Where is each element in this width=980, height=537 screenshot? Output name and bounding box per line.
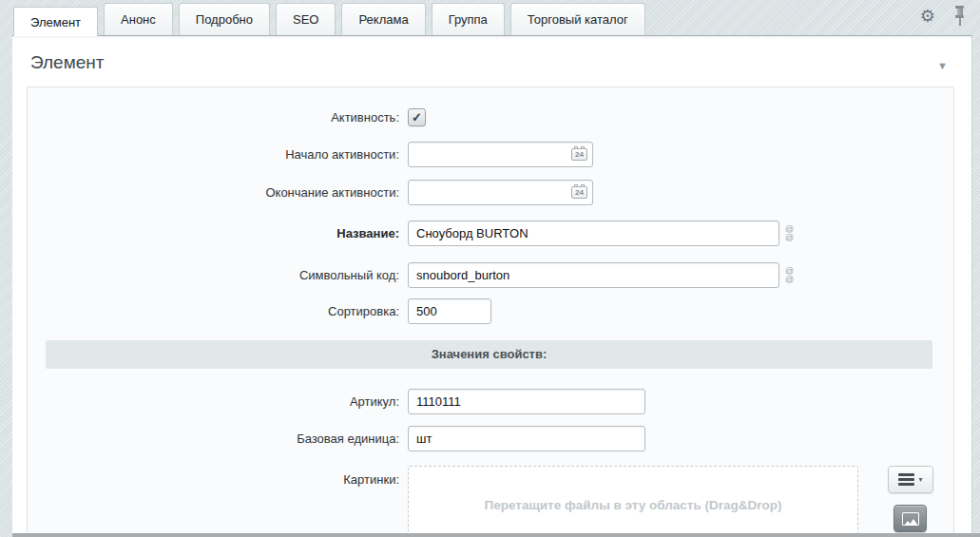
checkmark-icon: ✓ [412, 111, 422, 124]
code-input[interactable] [408, 262, 779, 288]
image-icon [902, 512, 919, 526]
tab-gruppa[interactable]: Группа [432, 3, 505, 35]
active-to-datewrap: 24 [408, 180, 593, 205]
content-panel: Элемент ▼ Активность: ✓ Начало активност… [12, 35, 972, 537]
chevron-down-icon: ▾ [918, 475, 922, 484]
pictures-buttons: ▾ [888, 466, 933, 537]
tab-seo[interactable]: SEO [276, 3, 336, 35]
pictures-dropzone[interactable]: Перетащите файлы в эту область (Drag&Dro… [408, 466, 858, 537]
base-unit-label: Базовая единица: [28, 432, 408, 446]
article-input[interactable] [408, 389, 645, 414]
tab-reklama[interactable]: Реклама [341, 3, 425, 35]
activity-label: Активность: [28, 110, 408, 125]
tab-podrobno[interactable]: Подробно [179, 3, 270, 35]
article-label: Артикул: [28, 394, 408, 409]
sort-label: Сортировка: [28, 304, 408, 318]
tab-bar: Элемент Анонс Подробно SEO Реклама Групп… [13, 0, 980, 35]
sort-input[interactable] [408, 298, 491, 324]
at-glyph: @ [785, 276, 794, 284]
tab-element[interactable]: Элемент [13, 7, 98, 36]
activity-checkbox[interactable]: ✓ [408, 108, 426, 126]
bottom-toolbar-strip [12, 533, 980, 537]
pictures-label: Картинки: [28, 466, 408, 487]
page-title: Элемент [30, 52, 105, 73]
base-unit-input[interactable] [408, 426, 645, 451]
row-article: Артикул: [28, 389, 953, 414]
row-code: Символьный код: @ @ [28, 262, 953, 288]
properties-section-header: Значения свойств: [46, 340, 932, 369]
calendar-icon[interactable]: 24 [571, 148, 587, 161]
name-label: Название: [28, 226, 408, 240]
transliterate-icon[interactable]: @ @ [782, 267, 797, 284]
at-glyph: @ [785, 234, 794, 242]
hamburger-icon [898, 473, 914, 486]
active-from-input[interactable] [408, 142, 593, 167]
active-to-label: Окончание активности: [28, 185, 408, 200]
add-image-button[interactable] [894, 505, 927, 532]
dropzone-text: Перетащите файлы в эту область (Drag&Dro… [485, 498, 782, 512]
name-input[interactable] [408, 221, 779, 246]
row-activity: Активность: ✓ [28, 108, 953, 126]
element-form: Активность: ✓ Начало активности: 24 Окон… [27, 86, 954, 537]
code-label: Символьный код: [28, 268, 408, 282]
calendar-icon[interactable]: 24 [571, 186, 587, 199]
collapse-chevron-icon[interactable]: ▼ [937, 60, 948, 71]
row-pictures: Картинки: Перетащите файлы в эту область… [28, 466, 953, 537]
tab-torgovyi-katalog[interactable]: Торговый каталог [510, 3, 645, 35]
active-to-input[interactable] [408, 180, 593, 205]
transliterate-icon[interactable]: @ @ [782, 225, 797, 242]
row-active-from: Начало активности: 24 [28, 142, 953, 167]
pictures-menu-button[interactable]: ▾ [888, 466, 933, 493]
panel-header: Элемент ▼ [12, 36, 971, 86]
active-from-datewrap: 24 [408, 142, 593, 167]
row-name: Название: @ @ [28, 221, 953, 246]
row-base-unit: Базовая единица: [28, 426, 953, 451]
tab-anons[interactable]: Анонс [104, 3, 173, 35]
row-active-to: Окончание активности: 24 [28, 180, 953, 205]
row-sort: Сортировка: [28, 298, 953, 324]
active-from-label: Начало активности: [28, 147, 408, 162]
